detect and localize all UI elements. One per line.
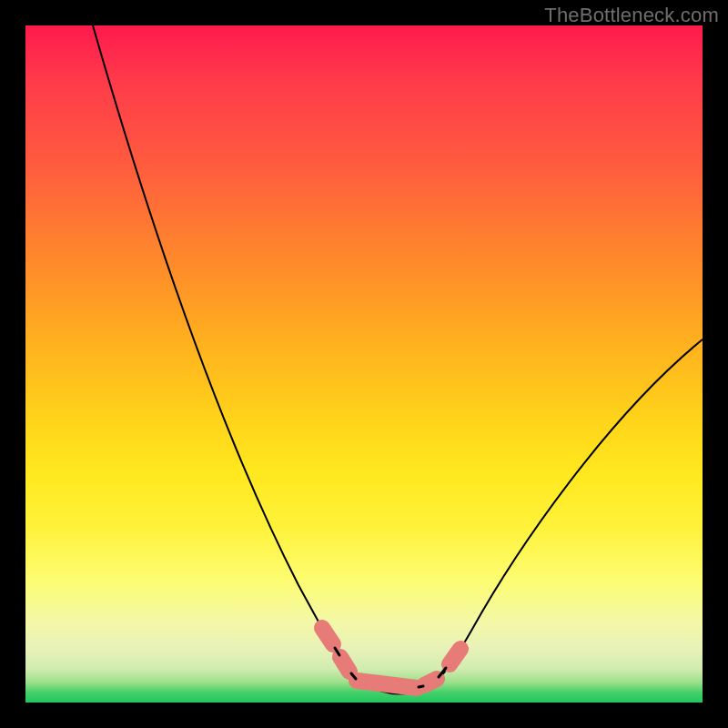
- watermark-text: TheBottleneck.com: [544, 4, 719, 27]
- valley-worm: [322, 628, 460, 688]
- outer-frame: TheBottleneck.com: [0, 0, 728, 728]
- chart-svg: [25, 25, 703, 703]
- bottleneck-curve: [93, 25, 703, 694]
- plot-area: [25, 25, 703, 703]
